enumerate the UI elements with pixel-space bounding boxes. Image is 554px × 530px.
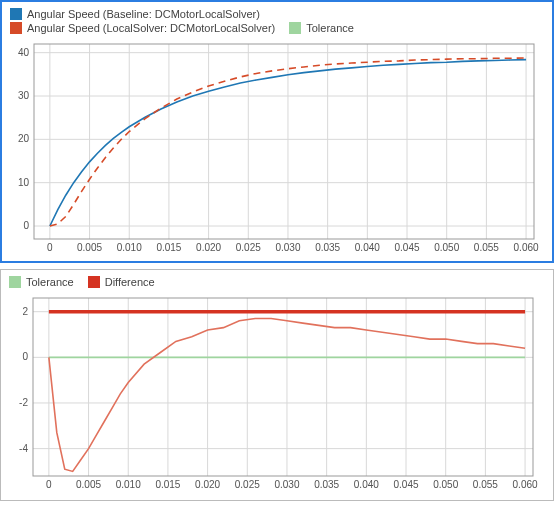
svg-text:2: 2 <box>22 306 28 317</box>
svg-text:0.005: 0.005 <box>77 242 102 253</box>
legend-swatch <box>289 22 301 34</box>
svg-text:0.015: 0.015 <box>155 479 180 490</box>
svg-text:0.060: 0.060 <box>514 242 539 253</box>
svg-text:-4: -4 <box>19 443 28 454</box>
bottom-legend: Tolerance Difference <box>1 270 553 288</box>
legend-item-tolerance[interactable]: Tolerance <box>289 22 354 34</box>
svg-text:0.050: 0.050 <box>433 479 458 490</box>
bottom-chart-panel[interactable]: Tolerance Difference 00.0050.0100.0150.0… <box>0 269 554 501</box>
svg-text:0.005: 0.005 <box>76 479 101 490</box>
legend-item-localsolver[interactable]: Angular Speed (LocalSolver: DCMotorLocal… <box>10 22 275 34</box>
svg-text:0.030: 0.030 <box>274 479 299 490</box>
svg-text:0.055: 0.055 <box>474 242 499 253</box>
svg-text:0.010: 0.010 <box>116 479 141 490</box>
svg-text:0: 0 <box>46 479 52 490</box>
svg-text:0.025: 0.025 <box>235 479 260 490</box>
svg-text:0.035: 0.035 <box>315 242 340 253</box>
legend-swatch <box>9 276 21 288</box>
svg-text:0.050: 0.050 <box>434 242 459 253</box>
svg-text:0.030: 0.030 <box>275 242 300 253</box>
legend-item-difference[interactable]: Difference <box>88 276 155 288</box>
svg-text:10: 10 <box>18 177 30 188</box>
top-plot[interactable]: 00.0050.0100.0150.0200.0250.0300.0350.04… <box>2 36 552 261</box>
svg-text:0.055: 0.055 <box>473 479 498 490</box>
legend-item-tolerance[interactable]: Tolerance <box>9 276 74 288</box>
svg-text:0.010: 0.010 <box>117 242 142 253</box>
svg-text:0.025: 0.025 <box>236 242 261 253</box>
svg-text:0.020: 0.020 <box>195 479 220 490</box>
legend-label: Angular Speed (Baseline: DCMotorLocalSol… <box>27 8 260 20</box>
svg-text:0: 0 <box>23 220 29 231</box>
svg-text:0.045: 0.045 <box>395 242 420 253</box>
legend-swatch <box>10 22 22 34</box>
svg-text:0.020: 0.020 <box>196 242 221 253</box>
svg-text:0.040: 0.040 <box>355 242 380 253</box>
legend-swatch <box>88 276 100 288</box>
bottom-plot[interactable]: 00.0050.0100.0150.0200.0250.0300.0350.04… <box>1 290 553 500</box>
svg-text:0.040: 0.040 <box>354 479 379 490</box>
svg-text:20: 20 <box>18 133 30 144</box>
legend-label: Tolerance <box>26 276 74 288</box>
svg-text:40: 40 <box>18 47 30 58</box>
svg-text:0.035: 0.035 <box>314 479 339 490</box>
svg-text:30: 30 <box>18 90 30 101</box>
svg-text:0.045: 0.045 <box>394 479 419 490</box>
svg-text:0.060: 0.060 <box>513 479 538 490</box>
svg-text:0: 0 <box>22 351 28 362</box>
svg-text:-2: -2 <box>19 397 28 408</box>
legend-label: Tolerance <box>306 22 354 34</box>
top-chart-panel[interactable]: Angular Speed (Baseline: DCMotorLocalSol… <box>0 0 554 263</box>
legend-label: Angular Speed (LocalSolver: DCMotorLocal… <box>27 22 275 34</box>
svg-text:0.015: 0.015 <box>156 242 181 253</box>
legend-swatch <box>10 8 22 20</box>
svg-text:0: 0 <box>47 242 53 253</box>
legend-item-baseline[interactable]: Angular Speed (Baseline: DCMotorLocalSol… <box>10 8 260 20</box>
svg-rect-71 <box>33 298 533 476</box>
top-legend: Angular Speed (Baseline: DCMotorLocalSol… <box>2 2 552 34</box>
legend-label: Difference <box>105 276 155 288</box>
